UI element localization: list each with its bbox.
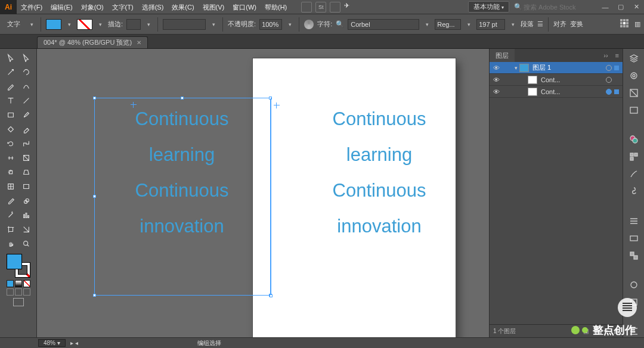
rectangle-tool[interactable] <box>4 108 18 122</box>
column-graph-tool[interactable] <box>19 209 33 222</box>
lasso-tool[interactable] <box>19 66 33 79</box>
target-icon[interactable] <box>606 65 612 71</box>
asset-export-icon[interactable] <box>627 104 640 116</box>
target-icon[interactable] <box>606 89 612 95</box>
swatches-icon[interactable] <box>627 151 640 163</box>
symbol-sprayer-tool[interactable] <box>4 209 18 222</box>
artboard-tool[interactable] <box>4 223 18 236</box>
type-tool[interactable] <box>4 94 18 107</box>
mesh-tool[interactable] <box>4 180 18 193</box>
eraser-tool[interactable] <box>19 123 33 136</box>
stock-icon[interactable]: St <box>315 2 326 13</box>
stock-search-input[interactable] <box>524 4 589 11</box>
layers-panel-icon[interactable] <box>627 52 640 64</box>
zoom-tool[interactable] <box>19 237 33 250</box>
layer-row[interactable]: 👁 ▾ 图层 1 <box>490 62 623 74</box>
align-link[interactable]: 对齐 <box>553 20 566 29</box>
window-close[interactable]: ✕ <box>628 3 644 11</box>
artboards-icon[interactable] <box>627 87 640 98</box>
paintbrush-tool[interactable] <box>19 108 33 122</box>
gpu-icon[interactable] <box>301 2 312 13</box>
layer-name[interactable]: 图层 1 <box>532 63 603 72</box>
draw-mode-row[interactable] <box>7 288 30 296</box>
visibility-icon[interactable]: 👁 <box>490 64 503 72</box>
transform-link[interactable]: 变换 <box>570 20 583 29</box>
brush-field[interactable] <box>163 19 206 30</box>
share-icon[interactable]: ✈ <box>344 2 355 13</box>
stroke-weight[interactable] <box>126 19 141 30</box>
direct-selection-tool[interactable] <box>19 51 33 64</box>
arrange-icon[interactable] <box>330 2 340 13</box>
isolate-icon[interactable]: ▥ <box>634 20 640 28</box>
paragraph-link[interactable]: 段落 <box>521 20 534 29</box>
opacity-field[interactable] <box>259 19 282 30</box>
layer-row[interactable]: 👁 Cont... <box>490 86 623 98</box>
gradient-tool[interactable] <box>19 180 33 193</box>
color-mode-row[interactable] <box>7 280 30 287</box>
zoom-field[interactable]: 48% ▾ <box>38 339 66 347</box>
menu-select[interactable]: 选择(S) <box>138 0 168 14</box>
hand-tool[interactable] <box>4 237 18 250</box>
menu-edit[interactable]: 编辑(E) <box>47 0 77 14</box>
object-menu[interactable]: ▾ <box>27 20 36 29</box>
menu-view[interactable]: 视图(V) <box>199 0 229 14</box>
stroke-swatch[interactable] <box>77 19 92 30</box>
stroke-panel-icon[interactable] <box>627 215 640 226</box>
canvas[interactable]: ContinuouslearningContinuousinnovation C… <box>37 49 489 337</box>
slice-tool[interactable] <box>19 223 33 236</box>
fill-swatch[interactable] <box>46 19 61 30</box>
scale-tool[interactable] <box>19 137 33 150</box>
layer-row[interactable]: 👁 Cont... <box>490 74 623 86</box>
rotate-tool[interactable] <box>4 137 18 150</box>
ref-point-icon[interactable] <box>620 19 631 30</box>
window-restore[interactable]: ▢ <box>613 3 628 11</box>
font-family[interactable] <box>348 19 419 30</box>
fill-stroke-control[interactable] <box>7 254 30 278</box>
libraries-icon[interactable] <box>627 70 640 81</box>
color-icon[interactable] <box>627 134 640 145</box>
align-panel-icon[interactable]: ☰ <box>537 20 543 28</box>
recolor-icon[interactable] <box>304 20 314 29</box>
menu-type[interactable]: 文字(T) <box>108 0 138 14</box>
close-tab-icon[interactable]: ✕ <box>137 39 141 46</box>
layer-name[interactable]: Cont... <box>541 88 603 95</box>
appearance-icon[interactable] <box>627 279 640 290</box>
stock-search[interactable]: 🔍 <box>514 3 589 11</box>
perspective-tool[interactable] <box>19 166 33 179</box>
menu-object[interactable]: 对象(O) <box>77 0 108 14</box>
pen-tool[interactable] <box>4 80 18 93</box>
symbols-icon[interactable] <box>627 186 640 197</box>
panel-menu-icon[interactable]: ≡ <box>612 52 623 59</box>
expand-icon[interactable]: ▾ <box>512 65 519 71</box>
workspace-switcher[interactable]: 基本功能 ▾ <box>468 1 509 13</box>
window-minimize[interactable]: — <box>597 4 613 11</box>
menu-effect[interactable]: 效果(C) <box>168 0 198 14</box>
screen-mode-row[interactable] <box>13 298 24 306</box>
shape-builder-tool[interactable] <box>4 166 18 179</box>
brushes-icon[interactable] <box>627 169 640 180</box>
font-search-icon[interactable]: 🔍 <box>336 20 344 28</box>
font-size[interactable] <box>476 19 505 30</box>
font-weight[interactable] <box>435 19 461 30</box>
shaper-tool[interactable] <box>4 123 18 136</box>
fill-box[interactable] <box>7 254 22 269</box>
magic-wand-tool[interactable] <box>4 66 18 79</box>
blend-tool[interactable] <box>19 194 33 207</box>
target-icon[interactable] <box>606 77 612 83</box>
free-transform-tool[interactable] <box>19 151 33 164</box>
visibility-icon[interactable]: 👁 <box>490 76 503 83</box>
text-object-right[interactable]: ContinuouslearningContinuousinnovation <box>299 101 459 244</box>
menu-file[interactable]: 文件(F) <box>17 0 47 14</box>
curvature-tool[interactable] <box>19 80 33 93</box>
document-tab[interactable]: 004* @ 48% (RGB/GPU 预览) ✕ <box>37 36 148 48</box>
selection-tool[interactable] <box>4 51 18 64</box>
layers-tab[interactable]: 图层 <box>490 49 515 62</box>
panel-collapse-icon[interactable]: ›› <box>600 52 611 59</box>
visibility-icon[interactable]: 👁 <box>490 88 503 95</box>
line-tool[interactable] <box>19 94 33 107</box>
menu-help[interactable]: 帮助(H) <box>261 0 291 14</box>
transparency-icon[interactable] <box>627 250 640 261</box>
eyedropper-tool[interactable] <box>4 194 18 207</box>
gradient-icon[interactable] <box>627 232 640 244</box>
layer-name[interactable]: Cont... <box>541 76 603 83</box>
